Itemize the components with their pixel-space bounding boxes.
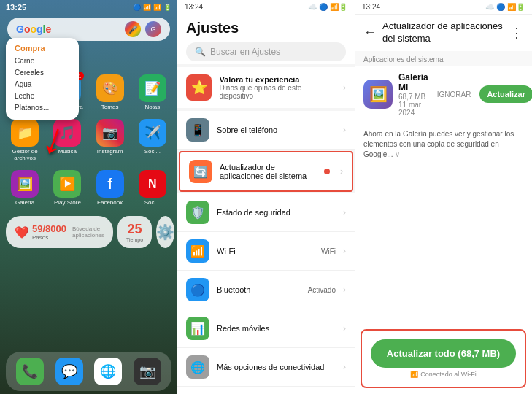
wifi-label: Wi-Fi	[217, 247, 314, 255]
settings-item-lockscreen[interactable]: 🔒 Pantalla de bloqueo ›	[177, 387, 355, 394]
date-number: 25	[128, 222, 142, 237]
settings-item-wifi[interactable]: 📶 Wi-Fi WiFi ›	[177, 232, 355, 271]
app-netflix[interactable]: N Soci...	[134, 170, 171, 206]
home-screen: 13:25 🔵 📶 📶 🔋 Google 🎤 G Compra Carne Ce…	[0, 0, 177, 394]
app-description: Ahora en la Galería puedes ver y gestion…	[355, 123, 532, 166]
wifi-value: WiFi	[321, 247, 336, 255]
settings-item-connectivity[interactable]: 🌐 Más opciones de conectividad ›	[177, 348, 355, 387]
bóveda-label: Bóveda de aplicaciones	[72, 225, 104, 239]
dock-phone[interactable]: 📞	[12, 358, 48, 385]
phone-label: Sobre el teléfono	[217, 125, 336, 134]
heart-icon: ❤️	[15, 225, 29, 239]
mobile-chevron: ›	[343, 323, 346, 333]
updater-status-icons: ☁️ 🔵 📶🔋	[485, 3, 525, 11]
dock-camera[interactable]: 📷	[129, 358, 166, 385]
ajustes-screen: 13:24 ☁️ 🔵 📶🔋 Ajustes 🔍 Buscar en Ajuste…	[177, 0, 355, 394]
app-update-row: 🖼️ Galería Mi 68,7 MB 11 mar 2024 IGNORA…	[355, 66, 532, 123]
security-icon: 🛡️	[186, 201, 209, 224]
app-notas[interactable]: 📝 Notas	[134, 74, 171, 110]
wifi-note: 📶 Conectado al Wi-Fi	[371, 371, 516, 378]
app-temas[interactable]: 🎨 Temas	[91, 74, 129, 110]
settings-item-security[interactable]: 🛡️ Estado de seguridad ›	[177, 193, 355, 232]
app-telegram[interactable]: ✈️ Soci...	[134, 119, 171, 161]
update-all-button[interactable]: Actualizar todo (68,7 MB)	[371, 339, 516, 368]
app-instagram[interactable]: 📷 Instagram	[91, 119, 129, 161]
status-bar-home: 13:25 🔵 📶 📶 🔋	[0, 0, 177, 15]
connectivity-label: Más opciones de conectividad	[217, 363, 336, 371]
settings-item-phone[interactable]: 📱 Sobre el teléfono ›	[177, 111, 355, 150]
more-options-button[interactable]: ⋮	[510, 25, 523, 41]
updater-time: 13:24	[362, 3, 380, 11]
dock-messages[interactable]: 💬	[51, 358, 88, 385]
app-info: Galería Mi 68,7 MB 11 mar 2024	[398, 72, 428, 117]
settings-item-bluetooth[interactable]: 🔵 Bluetooth Activado ›	[177, 271, 355, 309]
app-grid-row2: 📁 Gestor de archivos 🎵 Música 📷 Instagra…	[0, 116, 177, 164]
app-name: Galería Mi	[398, 72, 428, 93]
connectivity-icon: 🌐	[186, 355, 209, 379]
settings-item-updater[interactable]: 🔄 Actualizador de aplicaciones del siste…	[179, 151, 353, 192]
update-button[interactable]: Actualizar	[479, 85, 532, 103]
popup-item-2: Cereales	[15, 67, 70, 79]
app-size: 68,7 MB	[398, 93, 428, 101]
security-label: Estado de seguridad	[217, 208, 336, 217]
date-widget[interactable]: 25 Tiempo	[117, 216, 152, 248]
search-placeholder: Buscar en Ajustes	[210, 47, 280, 57]
ignore-button[interactable]: IGNORAR	[434, 88, 474, 101]
app-gallery[interactable]: 🖼️ Galería	[6, 170, 44, 206]
back-button[interactable]: ←	[363, 25, 377, 40]
bluetooth-icon: 🔵	[133, 4, 141, 11]
battery-icon: 🔋	[163, 4, 171, 11]
steps-widget[interactable]: ❤️ 59/8000 Pasos Bóveda de aplicaciones	[6, 216, 113, 248]
app-playstore[interactable]: ▶️ Play Store	[48, 170, 86, 206]
steps-label: Pasos	[32, 234, 66, 241]
wifi-icon: 📶	[143, 4, 151, 11]
bluetooth-value: Activado	[308, 286, 336, 294]
banner-icon: ⭐	[186, 74, 212, 101]
popup-item-1: Carne	[15, 55, 70, 67]
lens-button[interactable]: G	[145, 21, 161, 37]
updater-status-bar: 13:24 ☁️ 🔵 📶🔋	[355, 0, 532, 15]
updater-title: Actualizador de aplicaciones del sistema	[382, 20, 510, 45]
bluetooth-settings-icon: 🔵	[186, 278, 209, 301]
updater-chevron: ›	[340, 166, 343, 177]
ajustes-settings-list: 📱 Sobre el teléfono › 🔄 Actualizador de …	[177, 111, 355, 394]
banner-subtitle: Dinos que opinas de este dispositivo	[219, 84, 336, 100]
ajustes-status-bar: 13:24 ☁️ 🔵 📶🔋	[177, 0, 355, 14]
app-grid-row3: 🖼️ Galería ▶️ Play Store f Facebook N So…	[0, 167, 177, 209]
settings-item-mobile[interactable]: 📊 Redes móviles ›	[177, 309, 355, 348]
mobile-label: Redes móviles	[217, 324, 336, 333]
banner-title: Valora tu experiencia	[219, 75, 336, 84]
wifi-note-icon: 📶	[410, 371, 418, 378]
tiempo-label: Tiempo	[126, 237, 143, 242]
ajustes-banner[interactable]: ⭐ Valora tu experiencia Dinos que opinas…	[177, 67, 355, 108]
app-facebook[interactable]: f Facebook	[91, 170, 129, 206]
app-dock: 📞 💬 🌐 📷	[6, 352, 171, 391]
ajustes-status-icons: ☁️ 🔵 📶🔋	[308, 3, 347, 11]
bluetooth-label: Bluetooth	[217, 285, 301, 294]
expand-icon[interactable]: ∨	[395, 150, 400, 158]
voice-search-button[interactable]: 🎤	[125, 21, 141, 37]
popup-item-3: Agua	[15, 79, 70, 90]
update-dot	[324, 169, 330, 174]
updater-icon: 🔄	[189, 160, 212, 183]
wifi-note-text: Conectado al Wi-Fi	[420, 371, 477, 378]
ajustes-search-bar[interactable]: 🔍 Buscar en Ajustes	[186, 42, 346, 61]
phone-icon: 📱	[186, 118, 209, 142]
home-time: 13:25	[6, 3, 26, 12]
updater-label: Actualizador de aplicaciones del sistema	[220, 163, 317, 180]
settings-icon: ⚙️	[156, 223, 174, 241]
ajustes-header: Ajustes 🔍 Buscar en Ajustes	[177, 14, 355, 64]
signal-icon: 📶	[153, 4, 161, 11]
updater-screen: 13:24 ☁️ 🔵 📶🔋 ← Actualizador de aplicaci…	[355, 0, 532, 394]
stats-row: ❤️ 59/8000 Pasos Bóveda de aplicaciones …	[0, 215, 177, 250]
ajustes-time: 13:24	[185, 3, 203, 11]
mobile-icon: 📊	[186, 317, 209, 340]
dock-chrome[interactable]: 🌐	[90, 358, 127, 385]
section-label: Aplicaciones del sistema	[355, 51, 532, 66]
google-logo: Google	[16, 23, 51, 35]
phone-chevron: ›	[343, 125, 346, 135]
app-date: 11 mar 2024	[398, 101, 428, 117]
ajustes-title: Ajustes	[186, 20, 346, 36]
settings-widget[interactable]: ⚙️	[156, 216, 174, 248]
home-status-icons: 🔵 📶 📶 🔋	[133, 4, 171, 11]
